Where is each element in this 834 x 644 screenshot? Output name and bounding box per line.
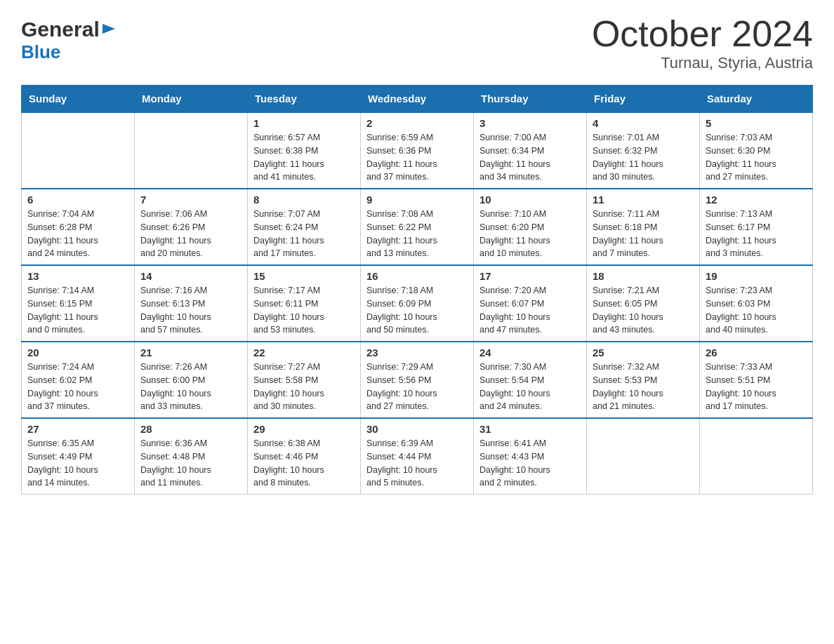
day-info: Sunrise: 7:23 AM Sunset: 6:03 PM Dayligh… xyxy=(706,284,807,337)
calendar-day-header-thursday: Thursday xyxy=(474,86,587,113)
calendar-cell: 9Sunrise: 7:08 AM Sunset: 6:22 PM Daylig… xyxy=(361,189,474,265)
day-number: 17 xyxy=(479,270,581,282)
day-number: 5 xyxy=(706,117,807,129)
day-info: Sunrise: 7:08 AM Sunset: 6:22 PM Dayligh… xyxy=(366,208,468,260)
day-number: 21 xyxy=(140,347,241,358)
day-number: 20 xyxy=(27,347,128,358)
calendar-cell: 10Sunrise: 7:10 AM Sunset: 6:20 PM Dayli… xyxy=(474,189,587,265)
calendar-cell: 20Sunrise: 7:24 AM Sunset: 6:02 PM Dayli… xyxy=(22,342,135,418)
day-number: 6 xyxy=(27,194,128,206)
calendar-cell: 11Sunrise: 7:11 AM Sunset: 6:18 PM Dayli… xyxy=(587,189,700,265)
calendar-cell: 8Sunrise: 7:07 AM Sunset: 6:24 PM Daylig… xyxy=(248,189,361,265)
day-info: Sunrise: 7:20 AM Sunset: 6:07 PM Dayligh… xyxy=(479,284,581,337)
calendar-cell: 21Sunrise: 7:26 AM Sunset: 6:00 PM Dayli… xyxy=(135,342,248,418)
calendar-day-header-tuesday: Tuesday xyxy=(248,86,361,113)
calendar-day-header-friday: Friday xyxy=(587,86,700,113)
day-number: 2 xyxy=(366,117,468,129)
day-info: Sunrise: 7:01 AM Sunset: 6:32 PM Dayligh… xyxy=(593,131,694,184)
day-info: Sunrise: 7:24 AM Sunset: 6:02 PM Dayligh… xyxy=(27,361,128,413)
day-info: Sunrise: 7:14 AM Sunset: 6:15 PM Dayligh… xyxy=(27,284,128,337)
calendar-cell: 29Sunrise: 6:38 AM Sunset: 4:46 PM Dayli… xyxy=(248,418,361,495)
day-number: 1 xyxy=(253,117,355,129)
day-number: 26 xyxy=(706,347,807,358)
calendar-cell xyxy=(587,418,700,495)
day-info: Sunrise: 7:16 AM Sunset: 6:13 PM Dayligh… xyxy=(140,284,241,337)
calendar-cell xyxy=(22,112,135,189)
day-info: Sunrise: 6:36 AM Sunset: 4:48 PM Dayligh… xyxy=(140,437,241,490)
day-info: Sunrise: 6:41 AM Sunset: 4:43 PM Dayligh… xyxy=(479,437,581,490)
day-number: 29 xyxy=(253,423,355,435)
page-header: General Blue October 2024 Turnau, Styria… xyxy=(21,14,813,72)
day-number: 15 xyxy=(253,270,355,282)
calendar-cell: 2Sunrise: 6:59 AM Sunset: 6:36 PM Daylig… xyxy=(361,112,474,189)
day-number: 27 xyxy=(27,423,128,435)
calendar-cell: 3Sunrise: 7:00 AM Sunset: 6:34 PM Daylig… xyxy=(474,112,587,189)
day-info: Sunrise: 7:29 AM Sunset: 5:56 PM Dayligh… xyxy=(366,361,468,413)
calendar-cell: 6Sunrise: 7:04 AM Sunset: 6:28 PM Daylig… xyxy=(22,189,135,265)
day-number: 10 xyxy=(479,194,581,206)
calendar-cell: 5Sunrise: 7:03 AM Sunset: 6:30 PM Daylig… xyxy=(700,112,813,189)
calendar-cell: 4Sunrise: 7:01 AM Sunset: 6:32 PM Daylig… xyxy=(587,112,700,189)
logo-blue-text: Blue xyxy=(21,41,60,62)
calendar-cell: 22Sunrise: 7:27 AM Sunset: 5:58 PM Dayli… xyxy=(248,342,361,418)
location-title: Turnau, Styria, Austria xyxy=(592,54,813,72)
day-number: 14 xyxy=(140,270,241,282)
calendar-cell: 18Sunrise: 7:21 AM Sunset: 6:05 PM Dayli… xyxy=(587,265,700,342)
day-number: 13 xyxy=(27,270,128,282)
day-info: Sunrise: 7:21 AM Sunset: 6:05 PM Dayligh… xyxy=(593,284,694,337)
day-info: Sunrise: 7:32 AM Sunset: 5:53 PM Dayligh… xyxy=(593,361,694,413)
day-info: Sunrise: 7:18 AM Sunset: 6:09 PM Dayligh… xyxy=(366,284,468,337)
day-info: Sunrise: 6:38 AM Sunset: 4:46 PM Dayligh… xyxy=(253,437,355,490)
calendar-week-row-4: 20Sunrise: 7:24 AM Sunset: 6:02 PM Dayli… xyxy=(22,342,813,418)
day-number: 19 xyxy=(706,270,807,282)
day-info: Sunrise: 7:17 AM Sunset: 6:11 PM Dayligh… xyxy=(253,284,355,337)
calendar-week-row-2: 6Sunrise: 7:04 AM Sunset: 6:28 PM Daylig… xyxy=(22,189,813,265)
day-info: Sunrise: 7:26 AM Sunset: 6:00 PM Dayligh… xyxy=(140,361,241,413)
calendar-week-row-1: 1Sunrise: 6:57 AM Sunset: 6:38 PM Daylig… xyxy=(22,112,813,189)
day-info: Sunrise: 6:35 AM Sunset: 4:49 PM Dayligh… xyxy=(27,437,128,490)
calendar-week-row-5: 27Sunrise: 6:35 AM Sunset: 4:49 PM Dayli… xyxy=(22,418,813,495)
day-number: 4 xyxy=(593,117,694,129)
month-title: October 2024 xyxy=(592,14,813,54)
calendar-cell: 26Sunrise: 7:33 AM Sunset: 5:51 PM Dayli… xyxy=(700,342,813,418)
day-number: 23 xyxy=(366,347,468,358)
calendar-cell: 13Sunrise: 7:14 AM Sunset: 6:15 PM Dayli… xyxy=(22,265,135,342)
day-number: 25 xyxy=(593,347,694,358)
day-info: Sunrise: 6:59 AM Sunset: 6:36 PM Dayligh… xyxy=(366,131,468,184)
day-info: Sunrise: 7:33 AM Sunset: 5:51 PM Dayligh… xyxy=(706,361,807,413)
day-info: Sunrise: 6:57 AM Sunset: 6:38 PM Dayligh… xyxy=(253,131,355,184)
calendar-cell: 17Sunrise: 7:20 AM Sunset: 6:07 PM Dayli… xyxy=(474,265,587,342)
day-number: 31 xyxy=(479,423,581,435)
day-number: 22 xyxy=(253,347,355,358)
calendar-cell xyxy=(700,418,813,495)
day-number: 7 xyxy=(140,194,241,206)
day-info: Sunrise: 7:04 AM Sunset: 6:28 PM Dayligh… xyxy=(27,208,128,260)
calendar-cell: 19Sunrise: 7:23 AM Sunset: 6:03 PM Dayli… xyxy=(700,265,813,342)
calendar-table: SundayMondayTuesdayWednesdayThursdayFrid… xyxy=(21,85,813,495)
calendar-cell: 16Sunrise: 7:18 AM Sunset: 6:09 PM Dayli… xyxy=(361,265,474,342)
day-number: 3 xyxy=(479,117,581,129)
calendar-day-header-wednesday: Wednesday xyxy=(361,86,474,113)
calendar-week-row-3: 13Sunrise: 7:14 AM Sunset: 6:15 PM Dayli… xyxy=(22,265,813,342)
day-info: Sunrise: 7:06 AM Sunset: 6:26 PM Dayligh… xyxy=(140,208,241,260)
title-section: October 2024 Turnau, Styria, Austria xyxy=(592,14,813,72)
day-number: 30 xyxy=(366,423,468,435)
day-info: Sunrise: 7:13 AM Sunset: 6:17 PM Dayligh… xyxy=(706,208,807,260)
calendar-cell: 15Sunrise: 7:17 AM Sunset: 6:11 PM Dayli… xyxy=(248,265,361,342)
day-info: Sunrise: 6:39 AM Sunset: 4:44 PM Dayligh… xyxy=(366,437,468,490)
day-number: 16 xyxy=(366,270,468,282)
calendar-cell: 25Sunrise: 7:32 AM Sunset: 5:53 PM Dayli… xyxy=(587,342,700,418)
calendar-cell: 31Sunrise: 6:41 AM Sunset: 4:43 PM Dayli… xyxy=(474,418,587,495)
calendar-day-header-saturday: Saturday xyxy=(700,86,813,113)
day-info: Sunrise: 7:03 AM Sunset: 6:30 PM Dayligh… xyxy=(706,131,807,184)
day-number: 28 xyxy=(140,423,241,435)
day-info: Sunrise: 7:07 AM Sunset: 6:24 PM Dayligh… xyxy=(253,208,355,260)
calendar-cell: 27Sunrise: 6:35 AM Sunset: 4:49 PM Dayli… xyxy=(22,418,135,495)
calendar-header-row: SundayMondayTuesdayWednesdayThursdayFrid… xyxy=(22,86,813,113)
day-number: 9 xyxy=(366,194,468,206)
logo-general-text: General xyxy=(21,18,100,41)
calendar-day-header-monday: Monday xyxy=(135,86,248,113)
day-info: Sunrise: 7:11 AM Sunset: 6:18 PM Dayligh… xyxy=(593,208,694,260)
calendar-cell: 28Sunrise: 6:36 AM Sunset: 4:48 PM Dayli… xyxy=(135,418,248,495)
day-number: 12 xyxy=(706,194,807,206)
